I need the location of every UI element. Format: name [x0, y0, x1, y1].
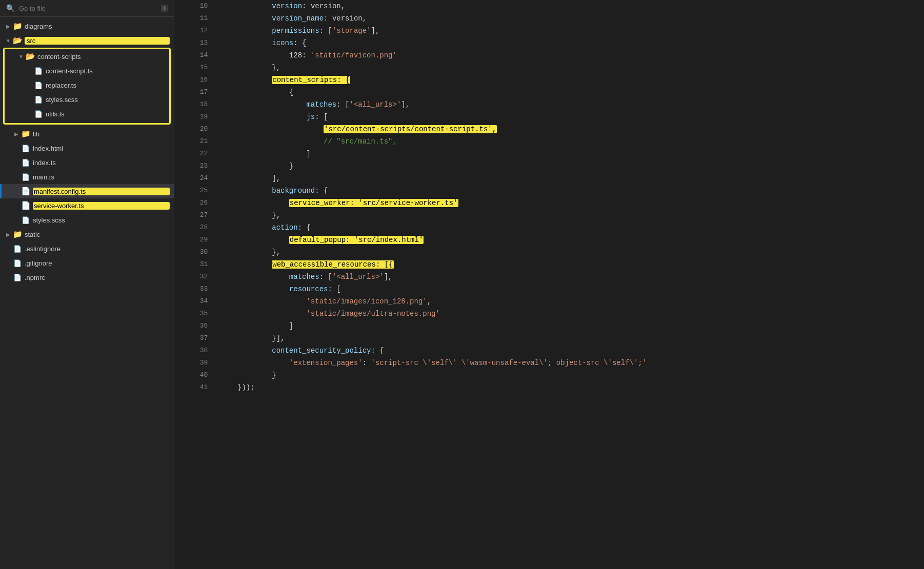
line-number: 16 [174, 74, 216, 86]
line-number: 25 [174, 185, 216, 197]
tree-item-index-ts[interactable]: 📄 index.ts [0, 155, 174, 170]
tree-item-manifest-config-ts[interactable]: 📄 manifest.config.ts [0, 184, 174, 198]
line-number: 36 [174, 320, 216, 332]
file-icon: 📄 [21, 172, 31, 182]
tree-label: diagrams [25, 23, 170, 30]
tree-label: replacer.ts [46, 82, 165, 89]
table-row: 36 ] [174, 320, 924, 332]
code-table: 10 version: version, 11 version_name: ve… [174, 0, 924, 394]
table-row: 13 icons: { [174, 37, 924, 49]
tree-item-replacer-ts[interactable]: 📄 replacer.ts [5, 78, 169, 92]
chevron-down-icon: ▼ [4, 36, 12, 45]
line-number: 28 [174, 221, 216, 234]
tree-item-static[interactable]: ▶ 📁 static [0, 227, 174, 241]
table-row: 33 resources: [ [174, 283, 924, 295]
line-number: 15 [174, 62, 216, 74]
table-row: 37 }], [174, 332, 924, 344]
tree-item-styles-scss-inner[interactable]: 📄 styles.scss [5, 92, 169, 107]
tree-label: static [25, 231, 170, 238]
file-tree: ▶ 📁 diagrams ▼ 📂 src ▼ 📂 content-scripts… [0, 17, 174, 569]
table-row: 39 'extension_pages': 'script-src \'self… [174, 357, 924, 369]
table-row: 17 { [174, 86, 924, 98]
folder-icon: 📁 [21, 129, 31, 139]
file-icon: 📄 [33, 94, 44, 105]
line-code: } [216, 160, 924, 172]
table-row: 31 web_accessible_resources: [{ [174, 258, 924, 271]
line-number: 33 [174, 283, 216, 295]
search-input[interactable] [19, 5, 157, 12]
line-code: // "src/main.ts", [216, 135, 924, 148]
line-number: 12 [174, 25, 216, 37]
table-row: 23 } [174, 160, 924, 172]
line-number: 20 [174, 123, 216, 135]
line-code: default_popup: 'src/index.html' [216, 234, 924, 246]
line-number: 22 [174, 148, 216, 160]
table-row: 22 ] [174, 148, 924, 160]
table-row: 34 'static/images/icon_128.png', [174, 295, 924, 308]
tree-item-content-script-ts[interactable]: 📄 content-script.ts [5, 64, 169, 78]
line-number: 27 [174, 209, 216, 221]
folder-icon: 📂 [25, 51, 35, 62]
line-code: action: { [216, 221, 924, 234]
table-row: 10 version: version, [174, 0, 924, 12]
line-code: content_scripts: [ [216, 74, 924, 86]
table-row: 16 content_scripts: [ [174, 74, 924, 86]
table-row: 27 }, [174, 209, 924, 221]
line-code: icons: { [216, 37, 924, 49]
tree-label: index.ts [33, 159, 170, 167]
line-number: 39 [174, 357, 216, 369]
tree-label: main.ts [33, 173, 170, 181]
tree-item-src[interactable]: ▼ 📂 src [0, 33, 174, 48]
tree-item-index-html[interactable]: 📄 index.html [0, 141, 174, 155]
chevron-down-icon: ▼ [17, 52, 25, 60]
file-icon: 📄 [12, 258, 23, 268]
tree-item-npmrc[interactable]: 📄 .npmrc [0, 270, 174, 284]
tree-label: index.html [33, 145, 170, 152]
file-icon: 📄 [21, 143, 31, 153]
table-row: 18 matches: ['<all_urls>'], [174, 98, 924, 111]
search-kbd: t [161, 5, 168, 12]
table-row: 35 'static/images/ultra-notes.png' [174, 308, 924, 320]
editor: 10 version: version, 11 version_name: ve… [174, 0, 924, 569]
file-icon: 📄 [12, 243, 23, 254]
table-row: 41 })); [174, 381, 924, 394]
line-number: 31 [174, 258, 216, 271]
tree-label: styles.scss [33, 216, 170, 224]
tree-item-main-ts[interactable]: 📄 main.ts [0, 170, 174, 184]
chevron-right-icon: ▶ [4, 230, 12, 238]
tree-item-styles-scss-outer[interactable]: 📄 styles.scss [0, 213, 174, 227]
tree-item-content-scripts[interactable]: ▼ 📂 content-scripts [5, 49, 169, 64]
tree-item-diagrams[interactable]: ▶ 📁 diagrams [0, 19, 174, 33]
tree-item-utils-ts[interactable]: 📄 utils.ts [5, 107, 169, 121]
code-area[interactable]: 10 version: version, 11 version_name: ve… [174, 0, 924, 569]
line-number: 24 [174, 172, 216, 185]
line-code: js: [ [216, 111, 924, 123]
search-bar[interactable]: 🔍 t [0, 0, 174, 17]
file-icon: 📄 [33, 80, 44, 90]
line-code: 'static/images/ultra-notes.png' [216, 308, 924, 320]
tree-item-service-worker-ts[interactable]: 📄 service-worker.ts [0, 198, 174, 213]
table-row: 30 }, [174, 246, 924, 258]
line-number: 17 [174, 86, 216, 98]
line-number: 23 [174, 160, 216, 172]
file-icon: 📄 [21, 200, 31, 211]
line-code: permissions: ['storage'], [216, 25, 924, 37]
line-code: }, [216, 246, 924, 258]
line-code: web_accessible_resources: [{ [216, 258, 924, 271]
tree-label: .eslintignore [25, 245, 170, 253]
line-code: 'static/images/icon_128.png', [216, 295, 924, 308]
tree-item-eslintignore[interactable]: 📄 .eslintignore [0, 241, 174, 256]
table-row: 32 matches: ['<all_urls>'], [174, 271, 924, 283]
chevron-right-icon: ▶ [4, 22, 12, 30]
line-number: 18 [174, 98, 216, 111]
line-code: 128: 'static/favicon.png' [216, 49, 924, 62]
highlight-default-popup: default_popup: 'src/index.html' [289, 236, 424, 244]
line-code: version: version, [216, 0, 924, 12]
line-code: ] [216, 148, 924, 160]
file-icon: 📄 [21, 157, 31, 168]
table-row: 12 permissions: ['storage'], [174, 25, 924, 37]
tree-item-gitignore[interactable]: 📄 .gitignore [0, 256, 174, 270]
tree-label: content-script.ts [46, 67, 165, 75]
tree-item-lib[interactable]: ▶ 📁 lib [0, 127, 174, 141]
line-code: }], [216, 332, 924, 344]
